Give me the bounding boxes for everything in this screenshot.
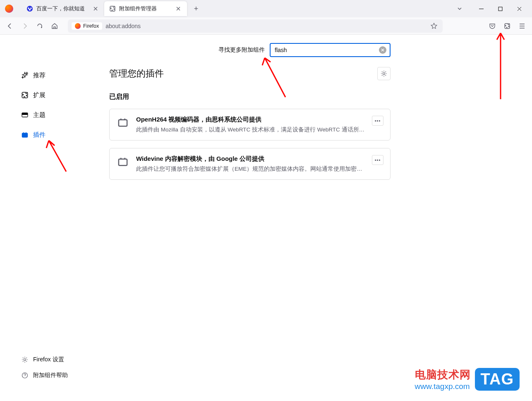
sparkle-icon [21,71,29,79]
plugin-more-button[interactable]: ••• [372,155,383,165]
puzzle-icon [21,91,29,99]
search-row: 寻找更多附加组件 [109,43,391,57]
toolbar: Firefox [0,17,532,35]
close-icon[interactable] [175,5,182,12]
gear-icon [21,356,29,364]
baidu-icon [26,5,33,12]
plugin-title: Widevine 内容解密模块，由 Google 公司提供 [136,155,365,163]
sidebar: 推荐 扩展 主题 插件 Firefox 设置 附加组件帮助 [0,35,93,401]
sidebar-label: 推荐 [33,72,46,79]
sidebar-item-recommend[interactable]: 推荐 [0,67,93,84]
app-icon [3,3,15,14]
plugin-more-button[interactable]: ••• [372,116,383,126]
tabs-dropdown[interactable] [453,3,467,14]
pocket-button[interactable] [486,19,499,33]
forward-button[interactable] [18,19,31,33]
sidebar-label: 主题 [33,111,46,119]
svg-rect-4 [22,133,28,137]
close-icon[interactable] [92,5,99,12]
section-heading: 已启用 [109,93,391,101]
tab-bar: 百度一下，你就知道 附加组件管理器 + [0,0,532,17]
url-identity[interactable]: Firefox [72,22,102,30]
svg-rect-8 [119,120,127,127]
tab-title: 百度一下，你就知道 [36,5,89,12]
url-input[interactable] [105,23,426,29]
svg-rect-9 [119,159,127,166]
window-controls [472,2,529,15]
plugin-card[interactable]: Widevine 内容解密模块，由 Google 公司提供 此插件让您可播放符合… [109,148,391,180]
svg-rect-3 [22,113,28,115]
clear-search-button[interactable] [379,46,386,54]
search-input[interactable] [275,47,376,53]
tab-addons[interactable]: 附加组件管理器 [104,1,187,16]
sidebar-item-themes[interactable]: 主题 [0,107,93,123]
maximize-button[interactable] [491,2,510,15]
page-settings-button[interactable] [377,67,391,80]
header-row: 管理您的插件 [109,67,391,80]
minimize-button[interactable] [472,2,491,15]
back-button[interactable] [3,19,17,33]
sidebar-label: 插件 [33,131,46,139]
plugin-desc: 此插件让您可播放符合加密媒体扩展（EME）规范的加密媒体内容。网站通常使用加密媒… [136,165,365,173]
main-content: 寻找更多附加组件 管理您的插件 已启用 OpenH264 视频编码器，由思科系统… [109,35,391,401]
watermark-tag: TAG [475,368,520,391]
sidebar-label: Firefox 设置 [33,356,64,363]
search-label: 寻找更多附加组件 [218,46,265,54]
watermark-title: 电脑技术网 [415,368,471,382]
home-button[interactable] [48,19,61,33]
close-window-button[interactable] [510,2,529,15]
watermark: 电脑技术网 www.tagxp.com TAG [415,368,520,391]
help-icon [21,371,29,380]
watermark-url: www.tagxp.com [415,382,471,391]
url-identity-text: Firefox [83,23,99,29]
reload-button[interactable] [33,19,46,33]
url-bar[interactable]: Firefox [68,19,443,33]
plugin-title: OpenH264 视频编码器，由思科系统公司提供 [136,116,365,124]
tab-title: 附加组件管理器 [119,5,171,12]
search-box[interactable] [270,43,391,57]
svg-point-7 [383,73,385,75]
page-title: 管理您的插件 [109,67,164,80]
sidebar-item-extensions[interactable]: 扩展 [0,87,93,103]
content: 推荐 扩展 主题 插件 Firefox 设置 附加组件帮助 [0,35,532,401]
sidebar-item-help[interactable]: 附加组件帮助 [0,369,93,382]
extensions-button[interactable] [501,19,514,33]
puzzle-icon [109,5,116,12]
plugin-card[interactable]: OpenH264 视频编码器，由思科系统公司提供 此插件由 Mozilla 自动… [109,109,391,141]
sidebar-item-settings[interactable]: Firefox 设置 [0,353,93,366]
sidebar-label: 扩展 [33,91,46,99]
plugin-icon [116,116,129,129]
plugin-icon [21,131,29,139]
plugin-icon [116,155,129,168]
bookmark-button[interactable] [429,21,439,31]
svg-rect-1 [498,7,502,11]
svg-point-5 [24,359,26,361]
tab-baidu[interactable]: 百度一下，你就知道 [22,1,104,16]
firefox-icon [75,23,81,29]
sidebar-item-plugins[interactable]: 插件 [0,127,93,143]
sidebar-label: 附加组件帮助 [33,372,68,379]
plugin-desc: 此插件由 Mozilla 自动安装，以遵从 WebRTC 技术标准，满足设备进行… [136,126,365,134]
theme-icon [21,111,29,119]
new-tab-button[interactable]: + [190,3,202,14]
app-menu-button[interactable] [515,19,529,33]
